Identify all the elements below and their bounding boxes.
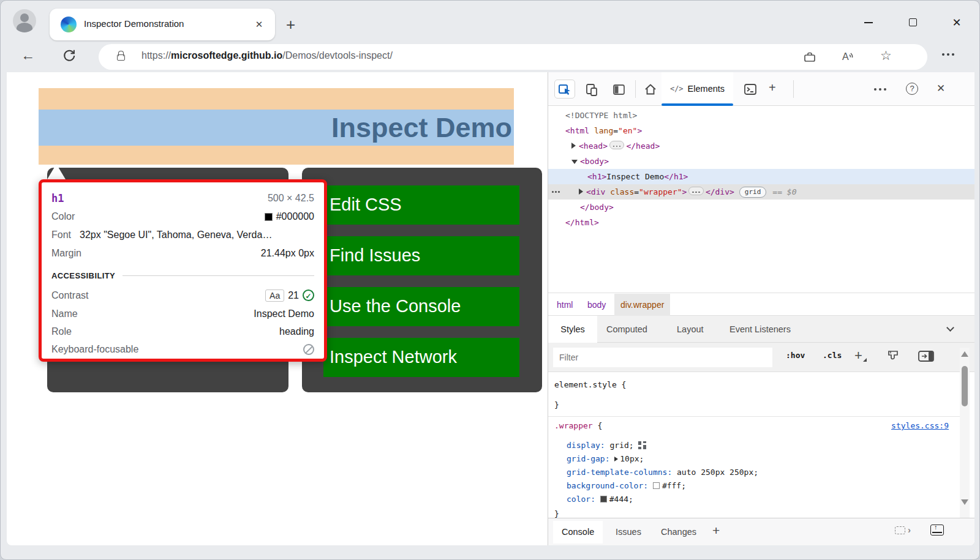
inspect-element-button[interactable]	[554, 80, 575, 99]
tab-elements[interactable]: </> Elements	[662, 72, 733, 105]
toggle-classes[interactable]: .cls	[823, 351, 842, 360]
tab-event-listeners[interactable]: Event Listeners	[729, 316, 791, 343]
read-aloud-icon[interactable]: A	[841, 50, 856, 67]
minimize-button[interactable]	[860, 14, 877, 31]
breadcrumb-body[interactable]: body	[581, 294, 612, 316]
accessibility-section: ACCESSIBILITY	[51, 265, 314, 286]
tooltip-font-label: Font	[51, 230, 71, 241]
devtools-close-icon[interactable]: ✕	[937, 82, 945, 95]
maximize-button[interactable]	[904, 14, 921, 31]
find-issues-button[interactable]: Find Issues	[323, 236, 519, 275]
code-brackets-icon: </>	[670, 84, 684, 93]
doctype-node[interactable]: <!DOCTYPE html>	[565, 111, 637, 120]
devtools-more-icon[interactable]	[874, 88, 876, 91]
tooltip-font-value: 32px "Segoe UI", Tahoma, Geneva, Verda…	[80, 230, 272, 241]
collapsed-content-icon[interactable]	[609, 141, 625, 149]
color-swatch[interactable]	[600, 496, 607, 502]
grid-badge[interactable]: grid	[739, 187, 767, 198]
drawer-tab-changes[interactable]: Changes	[652, 521, 705, 543]
use-console-button[interactable]: Use the Console	[323, 287, 519, 326]
activity-bar-layout-button[interactable]	[609, 80, 628, 99]
wrapper-rule-selector[interactable]: .wrapper	[554, 421, 593, 430]
inspect-tooltip: h1 500 × 42.5 Color #000000 Font 32px "S…	[39, 179, 327, 362]
head-node[interactable]: <head></head>	[548, 138, 974, 154]
collections-icon[interactable]	[803, 50, 816, 66]
drawer-tab-issues[interactable]: Issues	[607, 521, 650, 543]
toggle-hover-state[interactable]: :hov	[786, 351, 805, 360]
refresh-button[interactable]	[62, 48, 77, 65]
styles-scrollbar[interactable]	[960, 348, 970, 518]
browser-toolbar: ← https://microsoftedge.github.io/Demos/…	[1, 42, 980, 72]
not-focusable-icon	[303, 344, 314, 355]
node-options-icon[interactable]	[552, 191, 554, 193]
page-heading: Inspect Demo	[39, 110, 514, 146]
tab-close-icon[interactable]: ✕	[252, 17, 266, 32]
tab-computed[interactable]: Computed	[606, 316, 647, 343]
back-button[interactable]: ←	[21, 47, 35, 64]
element-style-selector[interactable]: element.style	[554, 380, 617, 389]
chevron-down-icon[interactable]	[946, 324, 954, 332]
styles-pane: element.style { } styles.css:9 .wrapper …	[548, 372, 960, 518]
content-area: Inspect Demo Edit CSS Find Issues Use th…	[7, 72, 974, 545]
help-icon[interactable]: ?	[906, 83, 918, 95]
expand-arrow-icon[interactable]	[579, 189, 583, 195]
drawer-tab-console[interactable]: Console	[553, 521, 603, 543]
devtools-panel: </> Elements + ? ✕ <!DOCTYPE html> <html…	[548, 72, 974, 545]
css-declaration[interactable]: color: #444;	[567, 495, 633, 504]
collapsed-content-icon[interactable]	[688, 187, 704, 195]
scrollbar-thumb[interactable]	[962, 366, 968, 406]
css-declaration[interactable]: grid-template-columns: auto 250px 250px;	[567, 468, 758, 477]
css-declaration[interactable]: grid-gap: 10px;	[567, 454, 644, 463]
styles-filter-input[interactable]	[553, 348, 772, 367]
expand-arrow-icon[interactable]	[571, 143, 576, 149]
scroll-down-icon[interactable]	[961, 499, 968, 505]
add-tool-button[interactable]: +	[769, 81, 776, 95]
home-icon[interactable]	[641, 80, 660, 99]
browser-tab[interactable]: Inspector Demonstration ✕	[50, 9, 275, 40]
profile-avatar[interactable]	[13, 9, 36, 32]
css-declaration[interactable]: display: grid;	[567, 441, 646, 450]
url-text[interactable]: https://microsoftedge.github.io/Demos/de…	[141, 50, 393, 61]
tab-layout[interactable]: Layout	[677, 316, 704, 343]
lock-icon[interactable]	[117, 54, 125, 61]
edit-css-button[interactable]: Edit CSS	[323, 185, 519, 225]
div-wrapper-node[interactable]: <div class="wrapper"></div>grid== $0	[548, 184, 974, 200]
breadcrumb: html body div.wrapper	[548, 294, 974, 316]
stylesheet-source-link[interactable]: styles.css:9	[891, 421, 949, 430]
computed-sidebar-toggle-icon[interactable]	[918, 350, 934, 365]
tab-styles[interactable]: Styles	[548, 316, 597, 343]
dollar-zero-hint: == $0	[772, 187, 796, 196]
tooltip-size: 500 × 42.5	[268, 193, 314, 204]
window-close-button[interactable]: ✕	[948, 14, 965, 31]
breadcrumb-div-wrapper[interactable]: div.wrapper	[614, 294, 670, 316]
tooltip-margin-value: 21.44px 0px	[261, 248, 314, 259]
keyboard-focusable-label: Keyboard-focusable	[51, 344, 138, 355]
breadcrumb-html[interactable]: html	[551, 294, 579, 316]
address-bar[interactable]: https://microsoftedge.github.io/Demos/de…	[99, 44, 927, 70]
collapse-arrow-icon[interactable]	[571, 160, 578, 164]
new-style-rule-button[interactable]: +	[854, 348, 862, 364]
browser-more-icon[interactable]	[942, 53, 944, 56]
body-node[interactable]: <body>	[548, 154, 974, 169]
css-declaration[interactable]: background-color: #fff;	[567, 481, 686, 490]
console-tool-icon[interactable]	[741, 80, 760, 99]
grid-editor-icon[interactable]	[638, 441, 646, 449]
inspect-network-button[interactable]: Inspect Network	[323, 338, 519, 377]
tooltip-color-label: Color	[51, 211, 75, 222]
contrast-value: 21	[288, 290, 299, 301]
drawer-add-tab-button[interactable]: +	[712, 523, 720, 538]
color-swatch[interactable]	[653, 482, 660, 489]
expand-quick-view-icon[interactable]	[930, 525, 944, 536]
scroll-up-icon[interactable]	[961, 351, 968, 357]
expand-shorthand-icon[interactable]	[614, 457, 618, 461]
favorites-star-icon[interactable]: ☆	[880, 48, 892, 63]
new-tab-button[interactable]: +	[286, 15, 295, 34]
h1-node[interactable]: <h1>Inspect Demo</h1>	[548, 169, 974, 184]
inspect-cursor-icon	[558, 83, 571, 96]
brush-icon[interactable]	[886, 349, 900, 367]
tooltip-arrow	[47, 164, 66, 179]
quick-view-drawer: Console Issues Changes +	[548, 518, 974, 545]
tooltip-color-value: #000000	[276, 211, 314, 222]
device-emulation-button[interactable]	[582, 80, 600, 99]
restore-drawer-icon[interactable]	[895, 526, 905, 534]
